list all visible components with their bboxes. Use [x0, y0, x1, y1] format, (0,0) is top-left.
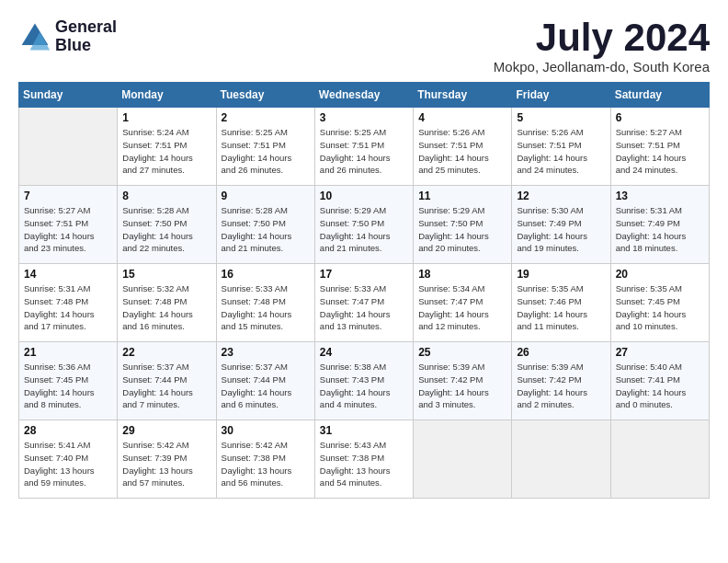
- calendar-cell: 24Sunrise: 5:38 AM Sunset: 7:43 PM Dayli…: [314, 342, 413, 420]
- calendar-cell: [512, 420, 610, 499]
- day-info: Sunrise: 5:37 AM Sunset: 7:44 PM Dayligh…: [122, 361, 210, 411]
- calendar-cell: 30Sunrise: 5:42 AM Sunset: 7:38 PM Dayli…: [216, 420, 314, 499]
- calendar-cell: 16Sunrise: 5:33 AM Sunset: 7:48 PM Dayli…: [216, 264, 314, 342]
- day-info: Sunrise: 5:39 AM Sunset: 7:42 PM Dayligh…: [517, 361, 605, 411]
- day-info: Sunrise: 5:26 AM Sunset: 7:51 PM Dayligh…: [517, 126, 605, 177]
- day-info: Sunrise: 5:27 AM Sunset: 7:51 PM Dayligh…: [616, 126, 704, 177]
- day-number: 27: [616, 346, 704, 359]
- day-number: 16: [222, 268, 310, 281]
- weekday-header-thursday: Thursday: [414, 83, 512, 108]
- day-number: 10: [320, 190, 408, 202]
- calendar-cell: [414, 420, 512, 499]
- week-row-1: 1Sunrise: 5:24 AM Sunset: 7:51 PM Daylig…: [19, 108, 710, 186]
- calendar-cell: 21Sunrise: 5:36 AM Sunset: 7:45 PM Dayli…: [19, 342, 118, 420]
- logo-icon: [18, 20, 51, 53]
- day-number: 21: [24, 346, 112, 359]
- day-number: 18: [418, 268, 506, 281]
- day-number: 7: [24, 190, 112, 202]
- calendar-cell: 23Sunrise: 5:37 AM Sunset: 7:44 PM Dayli…: [216, 342, 314, 420]
- day-number: 28: [24, 424, 112, 437]
- day-info: Sunrise: 5:38 AM Sunset: 7:43 PM Dayligh…: [320, 361, 408, 411]
- calendar-cell: 13Sunrise: 5:31 AM Sunset: 7:49 PM Dayli…: [610, 186, 709, 264]
- calendar-cell: 18Sunrise: 5:34 AM Sunset: 7:47 PM Dayli…: [414, 264, 512, 342]
- day-info: Sunrise: 5:39 AM Sunset: 7:42 PM Dayligh…: [418, 361, 506, 411]
- week-row-5: 28Sunrise: 5:41 AM Sunset: 7:40 PM Dayli…: [19, 420, 710, 499]
- calendar-cell: [19, 108, 118, 186]
- day-info: Sunrise: 5:27 AM Sunset: 7:51 PM Dayligh…: [24, 204, 112, 255]
- calendar-cell: 5Sunrise: 5:26 AM Sunset: 7:51 PM Daylig…: [512, 108, 610, 186]
- day-number: 3: [320, 111, 408, 124]
- calendar-cell: 7Sunrise: 5:27 AM Sunset: 7:51 PM Daylig…: [19, 186, 118, 264]
- day-number: 23: [222, 346, 310, 359]
- calendar-cell: 25Sunrise: 5:39 AM Sunset: 7:42 PM Dayli…: [414, 342, 512, 420]
- calendar-cell: 10Sunrise: 5:29 AM Sunset: 7:50 PM Dayli…: [314, 186, 413, 264]
- day-info: Sunrise: 5:24 AM Sunset: 7:51 PM Dayligh…: [122, 126, 210, 177]
- calendar-cell: 12Sunrise: 5:30 AM Sunset: 7:49 PM Dayli…: [512, 186, 610, 264]
- calendar-cell: 31Sunrise: 5:43 AM Sunset: 7:38 PM Dayli…: [314, 420, 413, 499]
- day-info: Sunrise: 5:26 AM Sunset: 7:51 PM Dayligh…: [418, 126, 506, 177]
- day-number: 11: [418, 190, 506, 202]
- location: Mokpo, Jeollanam-do, South Korea: [494, 59, 710, 75]
- calendar-cell: 14Sunrise: 5:31 AM Sunset: 7:48 PM Dayli…: [19, 264, 118, 342]
- day-number: 4: [418, 111, 506, 124]
- logo: General Blue: [18, 18, 117, 55]
- day-info: Sunrise: 5:25 AM Sunset: 7:51 PM Dayligh…: [222, 126, 310, 177]
- week-row-3: 14Sunrise: 5:31 AM Sunset: 7:48 PM Dayli…: [19, 264, 710, 342]
- week-row-4: 21Sunrise: 5:36 AM Sunset: 7:45 PM Dayli…: [19, 342, 710, 420]
- day-number: 25: [418, 346, 506, 359]
- calendar-cell: 17Sunrise: 5:33 AM Sunset: 7:47 PM Dayli…: [314, 264, 413, 342]
- day-number: 9: [222, 190, 310, 202]
- day-info: Sunrise: 5:29 AM Sunset: 7:50 PM Dayligh…: [320, 204, 408, 255]
- day-number: 2: [222, 111, 310, 124]
- day-info: Sunrise: 5:42 AM Sunset: 7:39 PM Dayligh…: [122, 439, 210, 489]
- day-number: 17: [320, 268, 408, 281]
- calendar-cell: 19Sunrise: 5:35 AM Sunset: 7:46 PM Dayli…: [512, 264, 610, 342]
- day-number: 13: [616, 190, 704, 202]
- calendar-cell: 26Sunrise: 5:39 AM Sunset: 7:42 PM Dayli…: [512, 342, 610, 420]
- day-number: 8: [122, 190, 210, 202]
- day-info: Sunrise: 5:35 AM Sunset: 7:46 PM Dayligh…: [517, 282, 605, 333]
- weekday-header-sunday: Sunday: [19, 83, 118, 108]
- calendar-cell: 2Sunrise: 5:25 AM Sunset: 7:51 PM Daylig…: [216, 108, 314, 186]
- day-number: 19: [517, 268, 605, 281]
- day-info: Sunrise: 5:43 AM Sunset: 7:38 PM Dayligh…: [320, 439, 408, 489]
- week-row-2: 7Sunrise: 5:27 AM Sunset: 7:51 PM Daylig…: [19, 186, 710, 264]
- calendar-cell: 4Sunrise: 5:26 AM Sunset: 7:51 PM Daylig…: [414, 108, 512, 186]
- title-block: July 2024 Mokpo, Jeollanam-do, South Kor…: [494, 18, 710, 75]
- day-info: Sunrise: 5:28 AM Sunset: 7:50 PM Dayligh…: [122, 204, 210, 255]
- page-header: General Blue July 2024 Mokpo, Jeollanam-…: [18, 18, 710, 75]
- calendar-cell: 20Sunrise: 5:35 AM Sunset: 7:45 PM Dayli…: [610, 264, 709, 342]
- day-number: 1: [122, 111, 210, 124]
- day-info: Sunrise: 5:35 AM Sunset: 7:45 PM Dayligh…: [616, 282, 704, 333]
- logo-text: General Blue: [55, 18, 117, 55]
- day-info: Sunrise: 5:33 AM Sunset: 7:47 PM Dayligh…: [320, 282, 408, 333]
- day-number: 29: [122, 424, 210, 437]
- calendar-cell: 15Sunrise: 5:32 AM Sunset: 7:48 PM Dayli…: [118, 264, 216, 342]
- weekday-header-row: SundayMondayTuesdayWednesdayThursdayFrid…: [19, 83, 710, 108]
- weekday-header-tuesday: Tuesday: [216, 83, 314, 108]
- day-number: 6: [616, 111, 704, 124]
- weekday-header-saturday: Saturday: [610, 83, 709, 108]
- weekday-header-friday: Friday: [512, 83, 610, 108]
- day-number: 22: [122, 346, 210, 359]
- day-info: Sunrise: 5:34 AM Sunset: 7:47 PM Dayligh…: [418, 282, 506, 333]
- day-number: 14: [24, 268, 112, 281]
- day-info: Sunrise: 5:33 AM Sunset: 7:48 PM Dayligh…: [222, 282, 310, 333]
- weekday-header-wednesday: Wednesday: [314, 83, 413, 108]
- day-number: 26: [517, 346, 605, 359]
- day-info: Sunrise: 5:40 AM Sunset: 7:41 PM Dayligh…: [616, 361, 704, 411]
- day-info: Sunrise: 5:36 AM Sunset: 7:45 PM Dayligh…: [24, 361, 112, 411]
- day-info: Sunrise: 5:31 AM Sunset: 7:49 PM Dayligh…: [616, 204, 704, 255]
- weekday-header-monday: Monday: [118, 83, 216, 108]
- day-info: Sunrise: 5:32 AM Sunset: 7:48 PM Dayligh…: [122, 282, 210, 333]
- day-info: Sunrise: 5:30 AM Sunset: 7:49 PM Dayligh…: [517, 204, 605, 255]
- day-number: 5: [517, 111, 605, 124]
- day-number: 12: [517, 190, 605, 202]
- calendar-cell: 11Sunrise: 5:29 AM Sunset: 7:50 PM Dayli…: [414, 186, 512, 264]
- day-number: 31: [320, 424, 408, 437]
- day-info: Sunrise: 5:29 AM Sunset: 7:50 PM Dayligh…: [418, 204, 506, 255]
- day-info: Sunrise: 5:41 AM Sunset: 7:40 PM Dayligh…: [24, 439, 112, 489]
- day-number: 15: [122, 268, 210, 281]
- month-title: July 2024: [494, 18, 710, 57]
- day-number: 30: [222, 424, 310, 437]
